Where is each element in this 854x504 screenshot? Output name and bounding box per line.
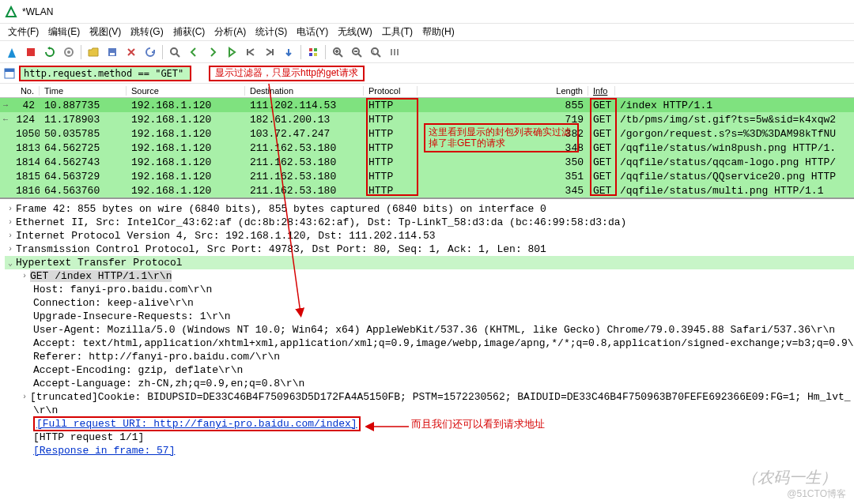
goto-first-icon[interactable]: [242, 43, 259, 61]
restart-capture-icon[interactable]: [41, 43, 59, 61]
go-back-icon[interactable]: [185, 43, 202, 61]
connection-header[interactable]: Connection: keep-alive\r\n: [33, 297, 194, 309]
col-no[interactable]: No.: [0, 86, 40, 96]
zoom-reset-icon[interactable]: 1: [367, 43, 384, 61]
menu-view[interactable]: 视图(V): [85, 24, 126, 40]
col-length[interactable]: Length: [418, 86, 588, 96]
goto-packet-icon[interactable]: [223, 43, 240, 61]
frame-line[interactable]: Frame 42: 855 bytes on wire (6840 bits),…: [16, 203, 546, 215]
http-request-number[interactable]: [HTTP request 1/1]: [33, 431, 144, 443]
menu-file[interactable]: 文件(F): [3, 24, 43, 40]
col-destination[interactable]: Destination: [245, 86, 364, 96]
table-row[interactable]: 181364.562725192.168.1.120211.162.53.180…: [0, 141, 854, 155]
crlf[interactable]: \r\n: [33, 404, 58, 416]
expand-icon[interactable]: [5, 205, 16, 213]
cell-length: 345: [418, 185, 588, 197]
svg-rect-8: [309, 53, 312, 56]
accept-language-header[interactable]: Accept-Language: zh-CN,zh;q=0.9,en;q=0.8…: [33, 378, 304, 389]
table-row[interactable]: 105050.035785192.168.1.120103.72.47.247H…: [0, 126, 854, 141]
cell-no: 1816: [11, 185, 40, 197]
col-protocol[interactable]: Protocol: [364, 86, 418, 96]
display-filter-input[interactable]: [19, 66, 191, 81]
cell-time: 64.563729: [40, 171, 127, 182]
cell-source: 192.168.1.120: [127, 100, 245, 111]
save-file-icon[interactable]: [104, 43, 121, 61]
goto-last-icon[interactable]: [261, 43, 278, 61]
stop-capture-icon[interactable]: [22, 43, 40, 61]
zoom-in-icon[interactable]: [329, 43, 346, 61]
menu-wireless[interactable]: 无线(W): [333, 24, 376, 40]
ethernet-line[interactable]: Ethernet II, Src: IntelCor_43:62:af (dc:…: [16, 216, 626, 228]
full-request-uri[interactable]: [Full request URI: http://fanyi-pro.baid…: [36, 418, 357, 430]
close-file-icon[interactable]: [123, 43, 140, 61]
cell-protocol: HTTP: [364, 171, 418, 182]
resize-columns-icon[interactable]: [386, 43, 403, 61]
autoscroll-icon[interactable]: [280, 43, 297, 61]
cell-source: 192.168.1.120: [127, 156, 245, 168]
col-time[interactable]: Time: [40, 86, 127, 96]
capture-options-icon[interactable]: [60, 43, 77, 61]
cell-time: 10.887735: [40, 100, 127, 111]
expand-icon[interactable]: [19, 272, 30, 280]
cell-protocol: HTTP: [364, 142, 418, 154]
toolbar: 1: [0, 41, 854, 63]
svg-rect-9: [314, 53, 317, 56]
accept-encoding-header[interactable]: Accept-Encoding: gzip, deflate\r\n: [33, 364, 243, 376]
uir-header[interactable]: Upgrade-Insecure-Requests: 1\r\n: [33, 310, 231, 322]
filter-bar: 显示过滤器，只显示http的get请求: [0, 63, 854, 84]
cell-source: 192.168.1.120: [127, 171, 245, 182]
table-row[interactable]: →4210.887735192.168.1.120111.202.114.53H…: [0, 98, 854, 112]
table-row[interactable]: 181464.562743192.168.1.120211.162.53.180…: [0, 155, 854, 169]
col-source[interactable]: Source: [127, 86, 245, 96]
cell-method: GET: [588, 100, 615, 111]
host-header[interactable]: Host: fanyi-pro.baidu.com\r\n: [33, 284, 212, 295]
cell-destination: 103.72.47.247: [245, 128, 364, 140]
expand-icon[interactable]: [5, 218, 16, 227]
cell-source: 192.168.1.120: [127, 128, 245, 140]
accept-header[interactable]: Accept: text/html,application/xhtml+xml,…: [33, 337, 854, 349]
menu-capture[interactable]: 捕获(C): [168, 24, 210, 40]
user-agent-header[interactable]: User-Agent: Mozilla/5.0 (Windows NT 10.0…: [33, 324, 835, 336]
cell-time: 64.562725: [40, 142, 127, 154]
open-file-icon[interactable]: [85, 43, 102, 61]
reload-file-icon[interactable]: [142, 43, 159, 61]
request-line[interactable]: GET /index HTTP/1.1\r\n: [30, 270, 172, 282]
menu-go[interactable]: 跳转(G): [126, 24, 168, 40]
http-line[interactable]: Hypertext Transfer Protocol: [16, 257, 183, 269]
cell-info: /qqfile/status/QQservice20.png HTTP: [615, 171, 854, 182]
expand-icon[interactable]: [19, 393, 30, 401]
packet-list[interactable]: No. Time Source Destination Protocol Len…: [0, 84, 854, 199]
colorize-icon[interactable]: [304, 43, 322, 61]
menu-statistics[interactable]: 统计(S): [251, 24, 292, 40]
cookie-header[interactable]: [truncated]Cookie: BIDUPSID=DE33C46B4F75…: [30, 391, 851, 403]
cell-no: 1050: [11, 128, 40, 140]
expand-icon[interactable]: [5, 245, 16, 254]
find-packet-icon[interactable]: [166, 43, 183, 61]
menu-edit[interactable]: 编辑(E): [43, 24, 85, 40]
menu-help[interactable]: 帮助(H): [418, 24, 459, 40]
response-frame-link[interactable]: [Response in frame: 57]: [33, 445, 175, 457]
start-capture-icon[interactable]: [3, 43, 21, 61]
expand-icon[interactable]: [5, 231, 16, 240]
cell-length: 350: [418, 156, 588, 168]
cell-info: /qqfile/status/qqcam-logo.png HTTP/: [615, 156, 854, 168]
filter-bookmark-icon[interactable]: [3, 67, 16, 80]
table-row[interactable]: 181564.563729192.168.1.120211.162.53.180…: [0, 169, 854, 183]
col-info[interactable]: Info: [588, 86, 615, 96]
menu-telephony[interactable]: 电话(Y): [292, 24, 333, 40]
referer-header[interactable]: Referer: http://fanyi-pro.baidu.com/\r\n: [33, 351, 280, 363]
table-row[interactable]: ←12411.178903192.168.1.120182.61.200.13H…: [0, 112, 854, 126]
go-forward-icon[interactable]: [204, 43, 221, 61]
table-row[interactable]: 181664.563760192.168.1.120211.162.53.180…: [0, 183, 854, 197]
app-icon: [5, 6, 17, 18]
svg-rect-6: [309, 48, 312, 51]
svg-rect-7: [314, 48, 317, 51]
zoom-out-icon[interactable]: [348, 43, 365, 61]
menu-analyze[interactable]: 分析(A): [210, 24, 251, 40]
ip-line[interactable]: Internet Protocol Version 4, Src: 192.16…: [16, 230, 436, 242]
packet-details[interactable]: Frame 42: 855 bytes on wire (6840 bits),…: [0, 199, 854, 494]
cell-source: 192.168.1.120: [127, 142, 245, 154]
collapse-icon[interactable]: [5, 258, 16, 268]
tcp-line[interactable]: Transmission Control Protocol, Src Port:…: [16, 243, 546, 255]
menu-tools[interactable]: 工具(T): [377, 24, 418, 40]
